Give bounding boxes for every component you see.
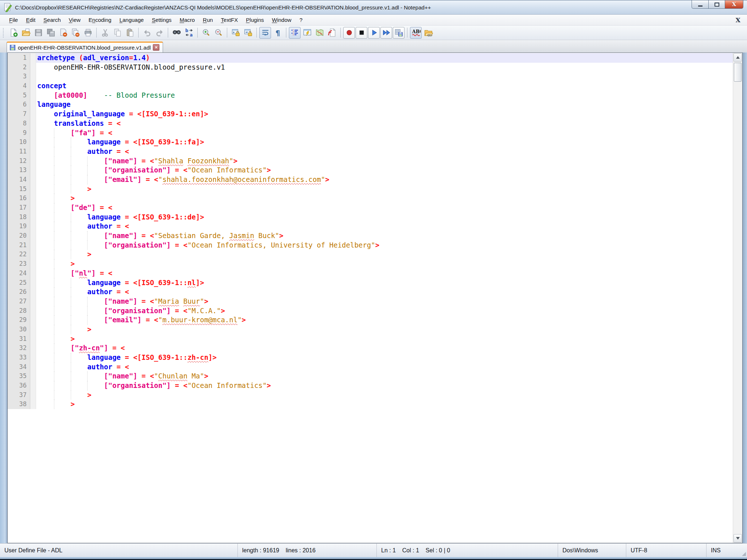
code-text[interactable]: ["zh-cn"] = < — [36, 343, 733, 353]
line-number[interactable]: 25 — [8, 278, 30, 288]
bookmark-margin[interactable] — [30, 353, 36, 362]
undo-button[interactable] — [141, 27, 153, 39]
sync-vertical-button[interactable] — [230, 27, 241, 39]
line-number[interactable]: 23 — [8, 259, 30, 269]
resize-grip[interactable] — [742, 552, 746, 556]
bookmark-margin[interactable] — [30, 100, 36, 109]
bookmark-margin[interactable] — [30, 109, 36, 119]
zoom-out-button[interactable] — [213, 27, 224, 39]
line-number[interactable]: 20 — [8, 231, 30, 241]
maximize-restore-button[interactable] — [708, 0, 725, 9]
bookmark-margin[interactable] — [30, 287, 36, 297]
bookmark-margin[interactable] — [30, 325, 36, 334]
code-text[interactable]: ["fa"] = < — [36, 128, 733, 138]
bookmark-margin[interactable] — [30, 297, 36, 306]
code-text[interactable]: ["name"] = <"Shahla Foozonkhah"> — [36, 156, 733, 166]
code-text[interactable]: [at0000] -- Blood Pressure — [36, 91, 733, 100]
code-text[interactable]: ["name"] = <"Maria Buur"> — [36, 297, 733, 306]
menu-run[interactable]: Run — [199, 15, 217, 25]
tab-close-icon[interactable]: × — [153, 44, 159, 51]
menu-plugins[interactable]: Plugins — [242, 15, 268, 25]
line-number[interactable]: 17 — [8, 203, 30, 213]
bookmark-margin[interactable] — [30, 250, 36, 259]
code-text[interactable]: language = <[ISO_639-1::nl]> — [36, 278, 733, 288]
line-number[interactable]: 29 — [8, 315, 30, 325]
code-text[interactable]: > — [36, 184, 733, 194]
line-number[interactable]: 27 — [8, 297, 30, 306]
bookmark-margin[interactable] — [30, 184, 36, 194]
menu-macro[interactable]: Macro — [175, 15, 199, 25]
line-number[interactable]: 6 — [8, 100, 30, 109]
scroll-up-button[interactable] — [734, 53, 742, 62]
user-defined-dialog-button[interactable] — [301, 27, 313, 39]
line-number[interactable]: 34 — [8, 362, 30, 372]
bookmark-margin[interactable] — [30, 53, 36, 63]
new-file-button[interactable] — [8, 27, 19, 39]
bookmark-margin[interactable] — [30, 194, 36, 203]
code-text[interactable]: ["name"] = <"Sebastian Garde, Jasmin Buc… — [36, 231, 733, 241]
line-number[interactable]: 5 — [8, 91, 30, 100]
scrollbar-thumb[interactable] — [734, 63, 742, 82]
code-text[interactable]: language = <[ISO_639-1::de]> — [36, 213, 733, 222]
code-text[interactable]: ["organisation"] = <"Ocean Informatics"> — [36, 166, 733, 175]
close-all-button[interactable] — [70, 27, 81, 39]
code-text[interactable]: ["organisation"] = <"M.C.A."> — [36, 306, 733, 316]
replace-button[interactable]: ba — [183, 27, 195, 39]
code-text[interactable]: translations = < — [36, 119, 733, 128]
bookmark-margin[interactable] — [30, 241, 36, 250]
line-number[interactable]: 38 — [8, 400, 30, 409]
code-text[interactable]: ["name"] = <"Chunlan Ma"> — [36, 372, 733, 381]
code-text[interactable]: openEHR-EHR-OBSERVATION.blood_pressure.v… — [36, 63, 733, 72]
document-map-button[interactable] — [314, 27, 325, 39]
macro-play-button[interactable] — [368, 27, 380, 39]
line-number[interactable]: 33 — [8, 353, 30, 362]
bookmark-margin[interactable] — [30, 269, 36, 278]
menu-help[interactable]: ? — [295, 15, 306, 25]
bookmark-margin[interactable] — [30, 72, 36, 81]
line-number[interactable]: 12 — [8, 156, 30, 166]
bookmark-margin[interactable] — [30, 137, 36, 147]
code-text[interactable]: ["email"] = <"shahla.foozonkhah@oceaninf… — [36, 175, 733, 184]
explorer-button[interactable] — [422, 27, 434, 39]
bookmark-margin[interactable] — [30, 278, 36, 288]
line-number[interactable]: 15 — [8, 184, 30, 194]
menu-textfx[interactable]: TextFX — [217, 15, 242, 25]
macro-record-button[interactable] — [343, 27, 355, 39]
function-list-button[interactable] — [326, 27, 338, 39]
line-number[interactable]: 7 — [8, 109, 30, 119]
bookmark-margin[interactable] — [30, 91, 36, 100]
line-number[interactable]: 24 — [8, 269, 30, 278]
macro-save-button[interactable] — [393, 27, 405, 39]
scroll-down-button[interactable] — [734, 534, 742, 542]
bookmark-margin[interactable] — [30, 231, 36, 241]
bookmark-margin[interactable] — [30, 372, 36, 381]
code-text[interactable]: ["nl"] = < — [36, 269, 733, 278]
line-number[interactable]: 8 — [8, 119, 30, 128]
line-number[interactable]: 14 — [8, 175, 30, 184]
zoom-in-button[interactable] — [200, 27, 212, 39]
bookmark-margin[interactable] — [30, 400, 36, 409]
code-text[interactable] — [36, 72, 733, 81]
copy-button[interactable] — [112, 27, 123, 39]
code-text[interactable]: > — [36, 259, 733, 269]
show-all-characters-button[interactable]: ¶ — [272, 27, 283, 39]
line-number[interactable]: 28 — [8, 306, 30, 316]
line-number[interactable]: 35 — [8, 372, 30, 381]
menubar-close-button[interactable]: X — [736, 16, 740, 24]
bookmark-margin[interactable] — [30, 166, 36, 175]
code-text[interactable]: ["de"] = < — [36, 203, 733, 213]
code-text[interactable]: language = <[ISO_639-1::zh-cn]> — [36, 353, 733, 362]
code-text[interactable]: ["email"] = <"m.buur-krom@mca.nl"> — [36, 315, 733, 325]
bookmark-margin[interactable] — [30, 390, 36, 400]
minimize-button[interactable] — [692, 0, 708, 9]
bookmark-margin[interactable] — [30, 147, 36, 156]
bookmark-margin[interactable] — [30, 119, 36, 128]
bookmark-margin[interactable] — [30, 222, 36, 231]
bookmark-margin[interactable] — [30, 259, 36, 269]
code-text[interactable]: > — [36, 325, 733, 334]
bookmark-margin[interactable] — [30, 362, 36, 372]
code-text[interactable]: language — [36, 100, 733, 109]
paste-button[interactable] — [124, 27, 136, 39]
code-text[interactable]: > — [36, 194, 733, 203]
line-number[interactable]: 37 — [8, 390, 30, 400]
